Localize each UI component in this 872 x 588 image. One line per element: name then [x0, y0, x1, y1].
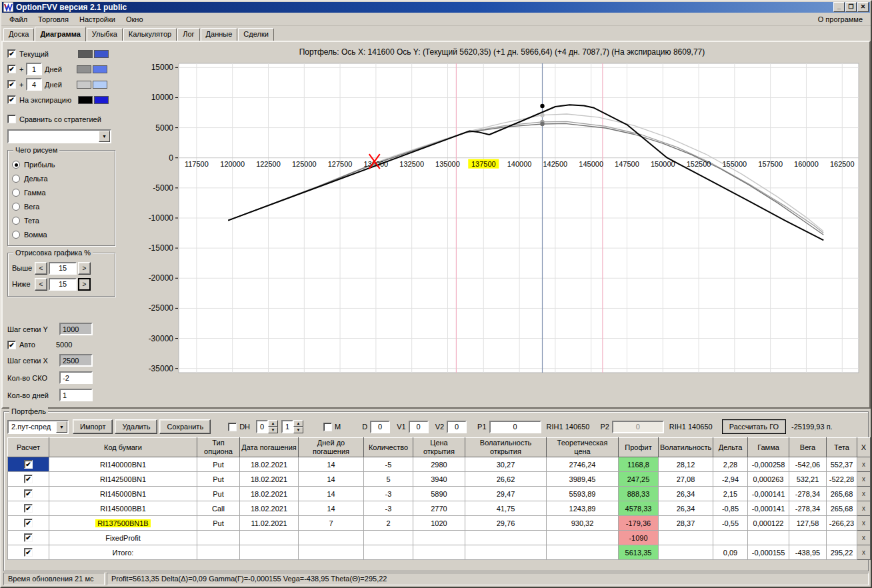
tab-diagram[interactable]: Диаграмма — [35, 27, 85, 41]
open_vol-cell[interactable] — [465, 531, 547, 545]
delta-cell[interactable]: -2,94 — [713, 472, 748, 487]
vol-cell[interactable]: 27,08 — [659, 472, 713, 487]
profit-cell[interactable]: 888,33 — [619, 487, 659, 501]
delta-cell[interactable]: 2,28 — [713, 457, 748, 472]
below-increment-button[interactable]: > — [78, 278, 91, 291]
vega-cell[interactable]: -278,34 — [789, 501, 827, 516]
chevron-down-icon[interactable]: ▼ — [56, 421, 67, 433]
row-checkbox[interactable] — [24, 519, 33, 527]
grid-step-y-input[interactable] — [59, 323, 93, 335]
theta-cell[interactable]: 295,22 — [827, 545, 857, 560]
strategy-compare-dropdown[interactable]: ▼ — [7, 129, 111, 143]
type-cell[interactable]: Put — [197, 516, 240, 531]
current-color-swatch-2[interactable] — [94, 50, 109, 58]
calculate-margin-button[interactable]: Рассчитать ГО — [722, 419, 786, 434]
auto-checkbox[interactable] — [7, 341, 16, 349]
col-days-to-expiry[interactable]: Дней до погашения — [299, 438, 364, 457]
plus4-checkbox[interactable] — [7, 80, 16, 89]
theo-cell[interactable] — [547, 545, 619, 560]
code-cell[interactable]: FixedProfit — [49, 531, 197, 545]
plus4-days-input[interactable] — [26, 78, 42, 91]
below-decrement-button[interactable]: < — [35, 278, 47, 291]
radio-icon[interactable] — [12, 175, 20, 183]
draw-option-4[interactable]: Тета — [12, 213, 111, 227]
menu-file[interactable]: Файл — [4, 13, 33, 25]
date-cell[interactable]: 18.02.2021 — [240, 457, 299, 472]
days-cell[interactable]: 7 — [299, 516, 364, 531]
date-cell[interactable]: 11.02.2021 — [240, 516, 299, 531]
d-input[interactable] — [370, 421, 390, 433]
vol-cell[interactable]: 26,34 — [659, 501, 713, 516]
date-cell[interactable]: 18.02.2021 — [240, 472, 299, 487]
type-cell[interactable]: Put — [197, 457, 240, 472]
radio-icon[interactable] — [12, 203, 20, 211]
col-gamma[interactable]: Гамма — [748, 438, 789, 457]
theta-cell[interactable]: -266,23 — [827, 516, 857, 531]
vega-cell[interactable]: -438,95 — [789, 545, 827, 560]
tab-board[interactable]: Доска — [3, 28, 34, 41]
spin-down-icon[interactable]: ▼ — [268, 427, 278, 433]
gamma-cell[interactable]: 0,000122 — [748, 516, 789, 531]
type-cell[interactable]: Put — [197, 472, 240, 487]
theta-cell[interactable] — [827, 531, 857, 545]
gamma-cell[interactable]: 0,000263 — [748, 472, 789, 487]
code-cell[interactable]: RI137500BN1B — [49, 516, 197, 531]
open_vol-cell[interactable]: 30,27 — [465, 457, 547, 472]
open_price-cell[interactable] — [413, 545, 465, 560]
days-cell[interactable] — [299, 531, 364, 545]
profit-cell[interactable]: -1090 — [619, 531, 659, 545]
theo-cell[interactable]: 5593,89 — [547, 487, 619, 501]
open_vol-cell[interactable]: 26,62 — [465, 472, 547, 487]
gamma-cell[interactable]: -0,000155 — [748, 545, 789, 560]
current-checkbox[interactable] — [7, 49, 16, 58]
code-cell[interactable]: RI145000BN1 — [49, 487, 197, 501]
row-checkbox[interactable] — [24, 489, 33, 498]
days-cell[interactable]: 14 — [299, 501, 364, 516]
col-theo-price[interactable]: Теоретическая цена — [547, 438, 619, 457]
open_price-cell[interactable]: 2980 — [413, 457, 465, 472]
delete-button[interactable]: Удалить — [115, 419, 157, 434]
menu-settings[interactable]: Настройки — [74, 13, 121, 25]
type-cell[interactable] — [197, 531, 240, 545]
above-increment-button[interactable]: > — [78, 262, 91, 275]
profit-cell[interactable]: -179,36 — [619, 516, 659, 531]
titlebar[interactable]: OptionFVV версия 2.1 public _ ❐ ✕ — [2, 2, 870, 13]
col-profit[interactable]: Профит — [619, 438, 659, 457]
qty-cell[interactable]: 2 — [364, 516, 413, 531]
vega-cell[interactable]: -542,06 — [789, 457, 827, 472]
date-cell[interactable] — [240, 531, 299, 545]
dh-checkbox[interactable] — [228, 423, 237, 431]
above-percent-input[interactable] — [49, 262, 77, 275]
above-decrement-button[interactable]: < — [35, 262, 47, 275]
plus4-color-swatch-2[interactable] — [93, 81, 107, 89]
row-checkbox[interactable] — [24, 548, 33, 557]
maximize-button[interactable]: ❐ — [845, 2, 857, 12]
theo-cell[interactable]: 2746,24 — [547, 457, 619, 472]
calc-cell[interactable] — [8, 531, 49, 545]
row-checkbox[interactable] — [24, 475, 33, 483]
chevron-down-icon[interactable]: ▼ — [99, 131, 110, 142]
radio-icon[interactable] — [12, 231, 20, 239]
profit-cell[interactable]: 1168,8 — [619, 457, 659, 472]
calc-cell[interactable] — [8, 545, 49, 560]
open_vol-cell[interactable]: 29,47 — [465, 487, 547, 501]
gamma-cell[interactable] — [748, 531, 789, 545]
open_price-cell[interactable] — [413, 531, 465, 545]
tab-log[interactable]: Лог — [177, 28, 199, 41]
delta-cell[interactable]: 2,15 — [713, 487, 748, 501]
vega-cell[interactable] — [789, 531, 827, 545]
radio-icon[interactable] — [12, 217, 20, 225]
theo-cell[interactable]: 930,32 — [547, 516, 619, 531]
calc-cell[interactable] — [8, 501, 49, 516]
calc-cell[interactable] — [8, 457, 49, 472]
code-cell[interactable]: Итого: — [49, 545, 197, 560]
qty-cell[interactable]: -3 — [364, 501, 413, 516]
calc-cell[interactable] — [8, 472, 49, 487]
col-quantity[interactable]: Количество — [364, 438, 413, 457]
vol-cell[interactable]: 28,37 — [659, 516, 713, 531]
row-delete-button[interactable]: x — [857, 487, 871, 501]
type-cell[interactable]: Put — [197, 487, 240, 501]
delta-cell[interactable] — [713, 531, 748, 545]
calc-cell[interactable] — [8, 487, 49, 501]
open_vol-cell[interactable] — [465, 545, 547, 560]
